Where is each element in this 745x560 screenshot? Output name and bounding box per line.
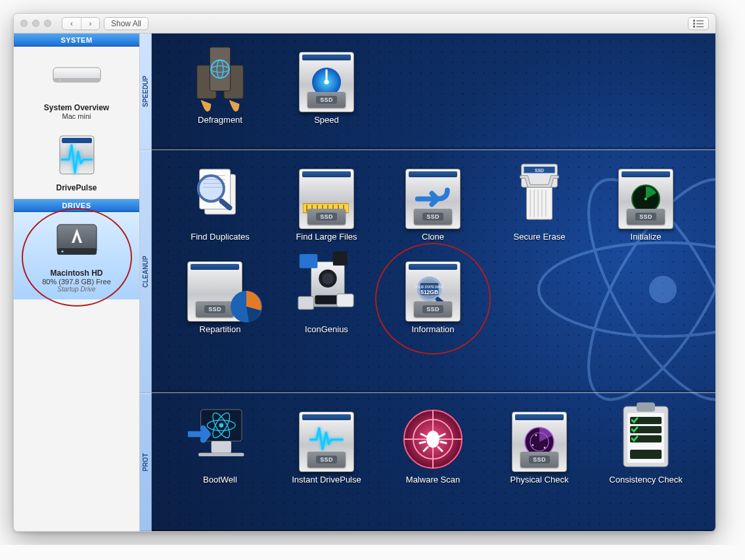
- tool-secure-erase[interactable]: SSD Secure Erase: [493, 154, 585, 244]
- repartition-icon: SSD: [188, 249, 252, 322]
- svg-point-32: [198, 176, 224, 202]
- find-duplicates-icon: [188, 157, 252, 229]
- tool-label: Repartition: [200, 324, 241, 334]
- svg-rect-5: [696, 26, 704, 27]
- sidebar-section-system: SYSTEM: [14, 33, 139, 47]
- tool-label: Speed: [314, 115, 339, 125]
- svg-point-13: [61, 250, 63, 252]
- main-pane: SPEEDUP CLEANUP PROT: [140, 33, 715, 531]
- svg-rect-74: [212, 441, 231, 453]
- sidebar-item-system-overview[interactable]: System Overview Mac mini: [14, 47, 139, 127]
- svg-point-73: [219, 423, 223, 427]
- zoom-window-dot[interactable]: [44, 20, 51, 27]
- svg-point-58: [322, 272, 334, 284]
- tab-protect[interactable]: PROT: [140, 393, 151, 531]
- window-controls: [20, 20, 51, 27]
- tool-label: Consistency Check: [609, 475, 682, 485]
- row-cleanup: Find Duplicates: [152, 150, 715, 393]
- sidebar-item-drive-macintosh-hd[interactable]: Macintosh HD 80% (397.8 GB) Free Startup…: [14, 212, 139, 299]
- physical-check-icon: SSD: [507, 400, 572, 472]
- instant-drivepulse-icon: SSD: [294, 400, 359, 472]
- svg-point-8: [58, 79, 60, 81]
- tool-label: BootWell: [203, 475, 237, 485]
- svg-rect-1: [696, 20, 704, 21]
- tool-label: Initialize: [631, 232, 662, 242]
- tool-speed[interactable]: SSD Speed: [281, 37, 372, 127]
- tool-label: Instant DrivePulse: [292, 475, 361, 485]
- sidebar-item-drivepulse[interactable]: DrivePulse: [14, 127, 139, 199]
- titlebar: ‹ › Show All: [14, 14, 715, 33]
- minimize-window-dot[interactable]: [32, 20, 39, 27]
- app-window: ‹ › Show All SYSTEM: [13, 13, 716, 532]
- tab-cleanup[interactable]: CLEANUP: [140, 150, 151, 393]
- tool-bootwell[interactable]: BootWell: [174, 397, 266, 487]
- svg-rect-63: [298, 297, 314, 310]
- tool-defragment[interactable]: Defragment: [174, 37, 266, 127]
- list-icon: [693, 20, 704, 28]
- svg-point-86: [544, 447, 546, 449]
- tool-physical-check[interactable]: SSD Physical Check: [493, 397, 585, 487]
- svg-rect-60: [300, 254, 317, 269]
- drive-title: Macintosh HD: [18, 269, 135, 278]
- tool-label: Find Large Files: [296, 232, 357, 242]
- tool-malware-scan[interactable]: Malware Scan: [387, 397, 479, 487]
- svg-rect-89: [637, 402, 655, 412]
- tool-find-duplicates[interactable]: Find Duplicates: [174, 154, 266, 244]
- find-large-files-icon: SSD: [294, 157, 359, 229]
- tab-speedup[interactable]: SPEEDUP: [140, 33, 151, 150]
- tool-label: Find Duplicates: [191, 232, 250, 242]
- nav-forward-button[interactable]: ›: [81, 18, 99, 30]
- svg-rect-20: [210, 47, 230, 91]
- svg-rect-62: [337, 294, 353, 307]
- list-view-button[interactable]: [688, 17, 709, 30]
- svg-rect-94: [630, 450, 662, 459]
- show-all-button[interactable]: Show All: [104, 17, 148, 30]
- svg-point-54: [644, 198, 647, 200]
- svg-point-81: [426, 431, 440, 448]
- tool-label: Defragment: [198, 115, 242, 125]
- tool-initialize[interactable]: SSD Initialize: [600, 154, 692, 244]
- tool-label: Secure Erase: [514, 232, 566, 242]
- close-window-dot[interactable]: [20, 20, 28, 27]
- svg-point-87: [535, 435, 537, 437]
- tool-label: IconGenius: [305, 324, 348, 334]
- tool-consistency-check[interactable]: Consistency Check: [600, 397, 692, 487]
- tool-clone[interactable]: SSD Clone: [387, 154, 479, 244]
- tool-find-large-files[interactable]: SSD Find Large Files: [281, 154, 372, 244]
- speed-icon: SSD: [294, 40, 359, 112]
- tool-label: Physical Check: [510, 475, 569, 485]
- drive-sub2: Startup Drive: [18, 286, 135, 293]
- initialize-icon: SSD: [614, 157, 678, 229]
- svg-text:512GB: 512GB: [420, 289, 438, 295]
- clone-icon: SSD: [401, 157, 465, 229]
- svg-rect-3: [696, 23, 704, 24]
- mac-mini-icon: [18, 53, 135, 99]
- icongenius-icon: [294, 249, 359, 322]
- svg-rect-2: [693, 22, 695, 24]
- drivepulse-title: DrivePulse: [18, 183, 135, 192]
- defragment-icon: [188, 40, 252, 112]
- nav-back-forward: ‹ ›: [62, 17, 100, 30]
- tool-repartition[interactable]: SSD Repartition: [174, 247, 266, 337]
- tool-label: Malware Scan: [406, 475, 460, 485]
- svg-rect-4: [693, 26, 695, 28]
- row-speedup: Defragment: [152, 33, 715, 150]
- svg-rect-10: [62, 138, 92, 143]
- vertical-tabs: SPEEDUP CLEANUP PROT: [140, 33, 152, 531]
- svg-rect-75: [198, 453, 244, 456]
- sidebar-section-drives: DRIVES: [14, 199, 139, 212]
- nav-back-button[interactable]: ‹: [62, 18, 81, 30]
- svg-point-25: [325, 80, 329, 85]
- bootwell-icon: [188, 400, 252, 472]
- drivepulse-icon: [18, 133, 135, 179]
- tool-instant-drivepulse[interactable]: SSD Instant DrivePulse: [281, 397, 372, 487]
- tool-label: Information: [411, 324, 454, 334]
- sidebar: SYSTEM System Overview Mac mini: [14, 33, 140, 531]
- drive-subtitle: 80% (397.8 GB) Free: [18, 278, 135, 286]
- svg-rect-61: [333, 251, 348, 266]
- system-overview-title: System Overview: [18, 103, 135, 112]
- svg-text:SOLID STATE DRIVE: SOLID STATE DRIVE: [415, 286, 444, 289]
- tool-icongenius[interactable]: IconGenius: [281, 247, 372, 337]
- system-overview-subtitle: Mac mini: [18, 112, 135, 120]
- tool-information[interactable]: SOLID STATE DRIVE 512GB SSD Information: [387, 247, 479, 337]
